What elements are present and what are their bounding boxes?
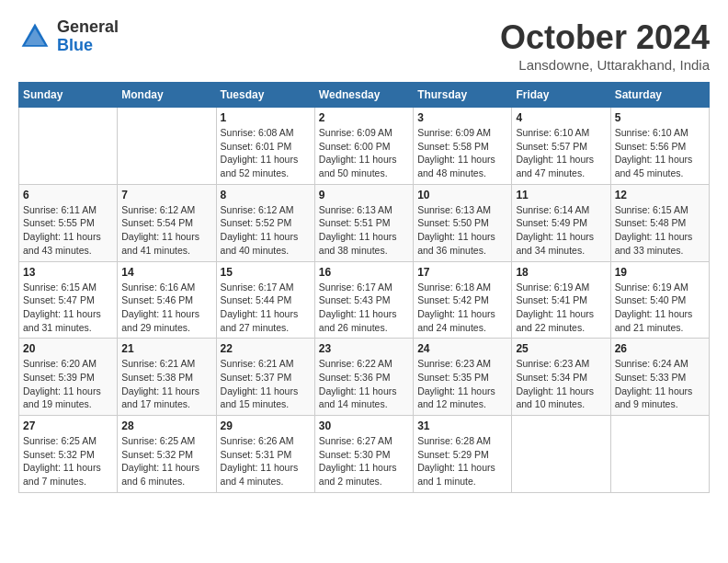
day-info: Sunrise: 6:15 AM Sunset: 5:48 PM Dayligh… [615, 203, 705, 258]
weekday-header: Thursday [414, 83, 512, 108]
day-info: Sunrise: 6:17 AM Sunset: 5:43 PM Dayligh… [319, 281, 409, 335]
day-info: Sunrise: 6:28 AM Sunset: 5:29 PM Dayligh… [417, 434, 507, 488]
day-info: Sunrise: 6:26 AM Sunset: 5:31 PM Dayligh… [221, 434, 311, 488]
location: Lansdowne, Uttarakhand, India [500, 57, 710, 73]
calendar-cell: 17Sunrise: 6:18 AM Sunset: 5:42 PM Dayli… [414, 261, 512, 339]
calendar-cell: 31Sunrise: 6:28 AM Sunset: 5:29 PM Dayli… [414, 416, 512, 493]
day-number: 7 [121, 189, 211, 201]
day-number: 31 [417, 419, 507, 432]
weekday-header-row: SundayMondayTuesdayWednesdayThursdayFrid… [19, 83, 710, 108]
calendar-cell [610, 416, 709, 493]
day-info: Sunrise: 6:20 AM Sunset: 5:39 PM Dayligh… [23, 357, 113, 411]
calendar-cell: 11Sunrise: 6:14 AM Sunset: 5:49 PM Dayli… [512, 184, 610, 261]
day-number: 1 [221, 111, 311, 124]
day-info: Sunrise: 6:19 AM Sunset: 5:41 PM Dayligh… [516, 281, 606, 335]
day-number: 8 [221, 189, 311, 201]
calendar-week-row: 27Sunrise: 6:25 AM Sunset: 5:32 PM Dayli… [19, 416, 710, 493]
day-number: 18 [516, 266, 606, 279]
calendar-cell: 16Sunrise: 6:17 AM Sunset: 5:43 PM Dayli… [314, 261, 413, 339]
weekday-header: Tuesday [216, 83, 314, 108]
calendar-cell: 15Sunrise: 6:17 AM Sunset: 5:44 PM Dayli… [216, 261, 314, 339]
calendar-cell: 14Sunrise: 6:16 AM Sunset: 5:46 PM Dayli… [118, 261, 216, 339]
calendar-cell: 4Sunrise: 6:10 AM Sunset: 5:57 PM Daylig… [512, 108, 610, 185]
day-number: 2 [319, 111, 409, 124]
day-number: 25 [516, 342, 606, 355]
day-number: 13 [23, 266, 113, 279]
day-info: Sunrise: 6:21 AM Sunset: 5:38 PM Dayligh… [121, 357, 211, 411]
day-info: Sunrise: 6:09 AM Sunset: 5:58 PM Dayligh… [417, 126, 507, 180]
day-number: 24 [417, 342, 507, 355]
day-info: Sunrise: 6:10 AM Sunset: 5:56 PM Dayligh… [615, 126, 705, 180]
calendar-cell: 1Sunrise: 6:08 AM Sunset: 6:01 PM Daylig… [216, 108, 314, 185]
day-number: 5 [615, 111, 705, 124]
day-info: Sunrise: 6:14 AM Sunset: 5:49 PM Dayligh… [516, 203, 606, 258]
day-number: 19 [615, 266, 705, 279]
day-info: Sunrise: 6:12 AM Sunset: 5:54 PM Dayligh… [121, 203, 211, 258]
calendar-week-row: 13Sunrise: 6:15 AM Sunset: 5:47 PM Dayli… [19, 261, 710, 339]
logo-general: General [57, 18, 119, 37]
day-number: 14 [121, 266, 211, 279]
day-info: Sunrise: 6:08 AM Sunset: 6:01 PM Dayligh… [221, 126, 311, 180]
day-number: 21 [121, 342, 211, 355]
calendar-cell: 9Sunrise: 6:13 AM Sunset: 5:51 PM Daylig… [314, 184, 413, 261]
calendar-table: SundayMondayTuesdayWednesdayThursdayFrid… [18, 82, 710, 493]
day-info: Sunrise: 6:16 AM Sunset: 5:46 PM Dayligh… [121, 281, 211, 335]
calendar-cell [118, 108, 216, 185]
day-info: Sunrise: 6:23 AM Sunset: 5:34 PM Dayligh… [516, 357, 606, 411]
logo-text: General Blue [57, 18, 119, 55]
calendar-cell: 6Sunrise: 6:11 AM Sunset: 5:55 PM Daylig… [19, 184, 118, 261]
day-number: 20 [23, 342, 113, 355]
title-area: October 2024 Lansdowne, Uttarakhand, Ind… [500, 18, 710, 73]
logo-blue: Blue [57, 37, 119, 55]
day-number: 17 [417, 266, 507, 279]
weekday-header: Saturday [610, 83, 709, 108]
month-title: October 2024 [500, 18, 710, 57]
day-info: Sunrise: 6:19 AM Sunset: 5:40 PM Dayligh… [615, 281, 705, 335]
day-number: 27 [23, 419, 113, 432]
day-info: Sunrise: 6:17 AM Sunset: 5:44 PM Dayligh… [221, 281, 311, 335]
calendar-cell: 29Sunrise: 6:26 AM Sunset: 5:31 PM Dayli… [216, 416, 314, 493]
day-number: 16 [319, 266, 409, 279]
day-info: Sunrise: 6:10 AM Sunset: 5:57 PM Dayligh… [516, 126, 606, 180]
day-number: 26 [615, 342, 705, 355]
logo-icon [18, 20, 51, 53]
calendar-cell: 28Sunrise: 6:25 AM Sunset: 5:32 PM Dayli… [118, 416, 216, 493]
calendar-cell: 26Sunrise: 6:24 AM Sunset: 5:33 PM Dayli… [610, 339, 709, 416]
weekday-header: Monday [118, 83, 216, 108]
weekday-header: Friday [512, 83, 610, 108]
calendar-cell: 7Sunrise: 6:12 AM Sunset: 5:54 PM Daylig… [118, 184, 216, 261]
day-number: 23 [319, 342, 409, 355]
day-info: Sunrise: 6:27 AM Sunset: 5:30 PM Dayligh… [319, 434, 409, 488]
day-info: Sunrise: 6:15 AM Sunset: 5:47 PM Dayligh… [23, 281, 113, 335]
day-number: 22 [221, 342, 311, 355]
day-number: 12 [615, 189, 705, 201]
day-number: 30 [319, 419, 409, 432]
calendar-cell: 23Sunrise: 6:22 AM Sunset: 5:36 PM Dayli… [314, 339, 413, 416]
day-info: Sunrise: 6:21 AM Sunset: 5:37 PM Dayligh… [221, 357, 311, 411]
day-info: Sunrise: 6:11 AM Sunset: 5:55 PM Dayligh… [23, 203, 113, 258]
day-number: 29 [221, 419, 311, 432]
day-number: 10 [417, 189, 507, 201]
day-info: Sunrise: 6:18 AM Sunset: 5:42 PM Dayligh… [417, 281, 507, 335]
calendar-cell: 22Sunrise: 6:21 AM Sunset: 5:37 PM Dayli… [216, 339, 314, 416]
day-number: 9 [319, 189, 409, 201]
calendar-cell [512, 416, 610, 493]
day-info: Sunrise: 6:13 AM Sunset: 5:50 PM Dayligh… [417, 203, 507, 258]
weekday-header: Sunday [19, 83, 118, 108]
calendar-cell: 21Sunrise: 6:21 AM Sunset: 5:38 PM Dayli… [118, 339, 216, 416]
day-info: Sunrise: 6:23 AM Sunset: 5:35 PM Dayligh… [417, 357, 507, 411]
day-info: Sunrise: 6:25 AM Sunset: 5:32 PM Dayligh… [121, 434, 211, 488]
calendar-cell: 13Sunrise: 6:15 AM Sunset: 5:47 PM Dayli… [19, 261, 118, 339]
day-number: 4 [516, 111, 606, 124]
calendar-cell: 3Sunrise: 6:09 AM Sunset: 5:58 PM Daylig… [414, 108, 512, 185]
day-number: 11 [516, 189, 606, 201]
calendar-week-row: 1Sunrise: 6:08 AM Sunset: 6:01 PM Daylig… [19, 108, 710, 185]
calendar-cell: 20Sunrise: 6:20 AM Sunset: 5:39 PM Dayli… [19, 339, 118, 416]
day-info: Sunrise: 6:22 AM Sunset: 5:36 PM Dayligh… [319, 357, 409, 411]
day-info: Sunrise: 6:24 AM Sunset: 5:33 PM Dayligh… [615, 357, 705, 411]
day-number: 6 [23, 189, 113, 201]
calendar-week-row: 6Sunrise: 6:11 AM Sunset: 5:55 PM Daylig… [19, 184, 710, 261]
page-header: General Blue October 2024 Lansdowne, Utt… [18, 18, 710, 73]
calendar-cell: 12Sunrise: 6:15 AM Sunset: 5:48 PM Dayli… [610, 184, 709, 261]
calendar-cell: 19Sunrise: 6:19 AM Sunset: 5:40 PM Dayli… [610, 261, 709, 339]
